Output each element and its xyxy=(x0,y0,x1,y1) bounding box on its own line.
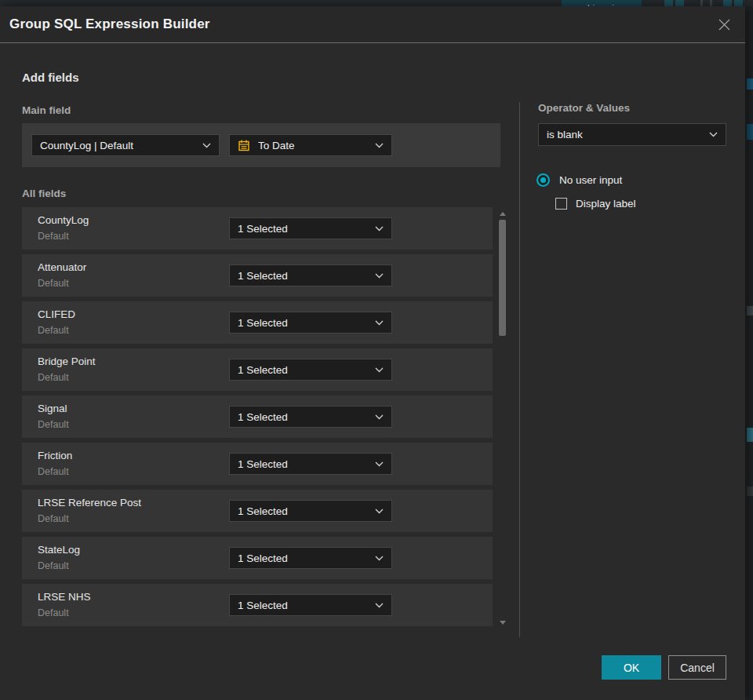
chevron-down-icon xyxy=(375,556,384,561)
background-app-top-strip: Live view xyxy=(0,0,753,6)
date-type-dropdown-value: To Date xyxy=(258,140,362,151)
dialog-titlebar: Group SQL Expression Builder xyxy=(0,6,745,43)
field-name: Signal xyxy=(38,403,67,414)
field-selection-value: 1 Selected xyxy=(238,600,369,611)
operator-dropdown[interactable]: is blank xyxy=(538,123,726,146)
chevron-down-icon xyxy=(375,143,384,148)
chevron-down-icon xyxy=(375,509,384,514)
field-row: StateLog Default 1 Selected xyxy=(22,537,493,579)
main-field-bar: CountyLog | Default To Date xyxy=(22,123,500,167)
field-row: Friction Default 1 Selected xyxy=(22,443,493,485)
chevron-down-icon xyxy=(202,143,211,148)
field-selection-dropdown[interactable]: 1 Selected xyxy=(229,594,392,616)
chevron-down-icon xyxy=(375,273,384,279)
display-label-checkbox[interactable]: Display label xyxy=(555,198,636,210)
field-selection-dropdown[interactable]: 1 Selected xyxy=(229,500,392,522)
dialog-title: Group SQL Expression Builder xyxy=(9,16,210,32)
background-divider xyxy=(700,0,703,6)
field-selection-dropdown[interactable]: 1 Selected xyxy=(229,547,392,569)
scrollbar-down-arrow-icon[interactable] xyxy=(500,621,506,625)
chevron-down-icon xyxy=(375,367,384,373)
field-name: StateLog xyxy=(38,544,80,556)
field-selection-value: 1 Selected xyxy=(238,270,369,282)
field-selection-value: 1 Selected xyxy=(238,317,369,329)
field-row: Signal Default 1 Selected xyxy=(22,396,493,438)
background-divider xyxy=(710,0,712,6)
field-row: Bridge Point Default 1 Selected xyxy=(22,348,493,391)
group-sql-expression-builder-dialog: Group SQL Expression Builder Add fields … xyxy=(0,6,745,700)
ok-button[interactable]: OK xyxy=(602,655,661,680)
background-app-right-strip xyxy=(747,6,753,700)
field-name: Friction xyxy=(38,450,72,461)
field-subtitle: Default xyxy=(38,231,69,242)
field-name: CLIFED xyxy=(38,308,75,320)
chevron-down-icon xyxy=(375,603,384,608)
main-field-dropdown-value: CountyLog | Default xyxy=(40,140,196,151)
main-field-label: Main field xyxy=(22,104,71,116)
add-fields-heading: Add fields xyxy=(22,71,79,84)
background-panel-icon xyxy=(664,0,673,6)
field-selection-value: 1 Selected xyxy=(238,458,369,470)
field-subtitle: Default xyxy=(38,419,69,430)
background-panel-icon xyxy=(734,0,743,6)
field-selection-dropdown[interactable]: 1 Selected xyxy=(229,217,392,239)
display-label-label: Display label xyxy=(576,198,636,210)
operator-values-label: Operator & Values xyxy=(538,102,630,114)
cancel-button[interactable]: Cancel xyxy=(668,655,726,680)
field-subtitle: Default xyxy=(38,325,69,336)
field-name: CountyLog xyxy=(38,214,89,226)
field-selection-dropdown[interactable]: 1 Selected xyxy=(229,312,392,334)
field-subtitle: Default xyxy=(38,278,69,289)
all-fields-label: All fields xyxy=(22,188,66,199)
field-subtitle: Default xyxy=(38,560,69,571)
radio-selected-icon xyxy=(537,173,550,187)
field-name: Attenuator xyxy=(38,261,86,273)
all-fields-list: CountyLog Default 1 Selected Attenuator … xyxy=(22,207,493,631)
field-selection-value: 1 Selected xyxy=(238,364,369,376)
field-selection-value: 1 Selected xyxy=(238,411,369,423)
fields-list-scrollbar[interactable] xyxy=(497,207,509,628)
field-name: LRSE NHS xyxy=(38,591,91,603)
chevron-down-icon xyxy=(375,320,384,326)
field-row: CountyLog Default 1 Selected xyxy=(22,207,493,250)
scrollbar-thumb[interactable] xyxy=(499,220,506,336)
checkbox-unchecked-icon xyxy=(555,198,567,210)
field-selection-dropdown[interactable]: 1 Selected xyxy=(229,264,392,286)
live-view-button: Live view xyxy=(562,0,642,6)
operator-dropdown-value: is blank xyxy=(547,129,703,140)
field-subtitle: Default xyxy=(38,466,69,477)
chevron-down-icon xyxy=(375,226,384,232)
close-icon xyxy=(718,18,731,31)
field-subtitle: Default xyxy=(38,513,69,524)
no-user-input-radio[interactable]: No user input xyxy=(537,173,622,187)
close-button[interactable] xyxy=(712,13,736,36)
background-panel-icon xyxy=(675,0,684,6)
chevron-down-icon xyxy=(375,414,384,420)
date-type-dropdown[interactable]: To Date xyxy=(229,134,392,156)
calendar-icon xyxy=(238,139,250,151)
field-selection-dropdown[interactable]: 1 Selected xyxy=(229,453,392,475)
no-user-input-label: No user input xyxy=(559,174,622,186)
field-subtitle: Default xyxy=(38,607,69,618)
chevron-down-icon xyxy=(709,132,718,137)
main-field-dropdown[interactable]: CountyLog | Default xyxy=(31,134,220,156)
field-selection-dropdown[interactable]: 1 Selected xyxy=(229,406,392,428)
scrollbar-up-arrow-icon[interactable] xyxy=(500,212,506,216)
field-subtitle: Default xyxy=(38,372,69,383)
field-name: Bridge Point xyxy=(38,355,96,367)
field-row: LRSE NHS Default 1 Selected xyxy=(22,584,493,626)
vertical-divider xyxy=(519,102,520,637)
field-row: CLIFED Default 1 Selected xyxy=(22,301,493,344)
field-selection-value: 1 Selected xyxy=(238,505,369,517)
chevron-down-icon xyxy=(375,461,384,467)
field-selection-value: 1 Selected xyxy=(238,223,369,235)
field-selection-value: 1 Selected xyxy=(238,552,369,564)
field-row: Attenuator Default 1 Selected xyxy=(22,254,493,297)
field-row: LRSE Reference Post Default 1 Selected xyxy=(22,490,493,532)
field-name: LRSE Reference Post xyxy=(38,497,141,509)
field-selection-dropdown[interactable]: 1 Selected xyxy=(229,359,392,381)
background-panel-icon xyxy=(723,0,732,6)
